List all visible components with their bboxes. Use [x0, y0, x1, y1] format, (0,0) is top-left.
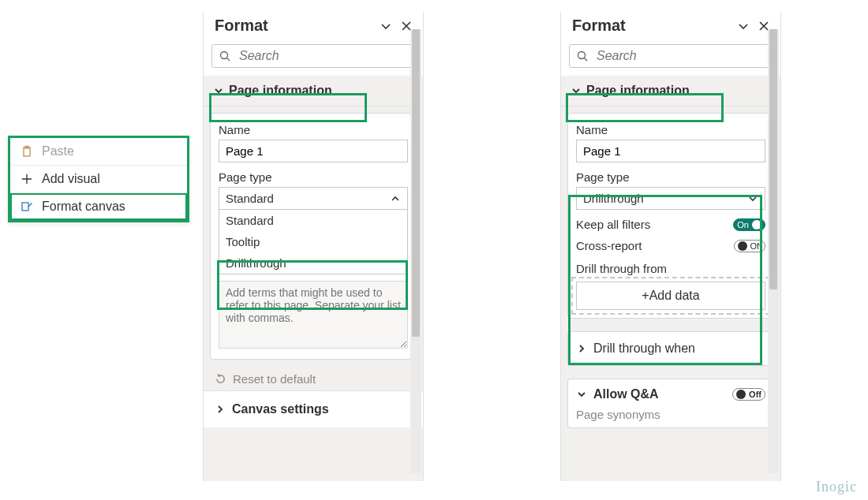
ctx-paste: Paste — [10, 138, 187, 166]
toggle-text: Off — [749, 390, 761, 399]
page-type-label: Page type — [576, 170, 765, 184]
format-pane-right: Format Page information Name Page type — [560, 12, 781, 481]
page-name-input[interactable] — [219, 140, 408, 162]
search-field[interactable] — [595, 48, 765, 64]
drill-through-when-card[interactable]: Drill through when — [567, 331, 774, 366]
pane-title: Format — [572, 17, 626, 35]
keep-all-filters-toggle[interactable]: On — [733, 218, 765, 231]
page-name-input[interactable] — [576, 140, 765, 162]
page-info-card: Name Page type Standard Standard Tooltip… — [210, 113, 417, 360]
toggle-text: On — [737, 220, 749, 229]
context-menu: Paste Add visual Format canvas — [8, 136, 189, 222]
name-label: Name — [219, 123, 408, 136]
search-icon — [576, 50, 589, 62]
format-canvas-icon — [20, 200, 34, 214]
svg-point-3 — [221, 52, 228, 59]
reset-to-default[interactable]: Reset to default — [204, 366, 423, 390]
page-type-select[interactable]: Drillthrough — [576, 187, 765, 210]
ctx-paste-label: Paste — [42, 144, 74, 159]
svg-rect-2 — [22, 203, 28, 211]
option-tooltip[interactable]: Tooltip — [219, 231, 407, 252]
cross-report-label: Cross-report — [576, 239, 642, 252]
search-icon — [219, 50, 231, 62]
section-page-information[interactable]: Page information — [561, 76, 780, 106]
page-type-options: Standard Tooltip Drillthrough — [219, 209, 408, 274]
allow-qna-label: Allow Q&A — [593, 387, 659, 401]
keep-all-filters-row: Keep all filters On — [576, 218, 765, 231]
collapse-icon[interactable] — [736, 19, 750, 33]
scrollbar-thumb[interactable] — [412, 29, 420, 337]
page-type-label: Page type — [219, 170, 408, 184]
format-pane-left: Format Page information Name Page type — [203, 12, 424, 481]
drill-through-from-label: Drill through from — [576, 262, 765, 275]
page-type-value: Drillthrough — [583, 192, 644, 205]
cross-report-row: Cross-report Off — [576, 239, 765, 252]
scrollbar-thumb[interactable] — [769, 29, 777, 289]
allow-qna-card: Allow Q&A Off Page synonyms — [567, 379, 774, 428]
allow-qna-toggle[interactable]: Off — [732, 388, 765, 401]
section-page-information-label: Page information — [229, 84, 332, 98]
page-synonyms-textarea[interactable] — [219, 281, 408, 349]
chevron-up-icon — [390, 193, 401, 204]
chevron-right-icon — [215, 404, 226, 415]
svg-point-4 — [578, 52, 586, 59]
section-page-information[interactable]: Page information — [204, 76, 423, 106]
keep-all-filters-label: Keep all filters — [576, 218, 650, 231]
toggle-dot — [752, 220, 761, 229]
chevron-down-icon — [747, 193, 758, 204]
pane-title: Format — [215, 17, 268, 35]
chevron-down-icon — [213, 85, 224, 96]
reset-label: Reset to default — [233, 372, 316, 386]
page-synonyms-label: Page synonyms — [576, 408, 765, 421]
ctx-format-canvas-label: Format canvas — [42, 200, 125, 214]
ctx-format-canvas[interactable]: Format canvas — [10, 193, 187, 220]
option-standard[interactable]: Standard — [219, 210, 407, 231]
pane-header: Format — [561, 12, 780, 39]
option-drillthrough[interactable]: Drillthrough — [219, 252, 407, 274]
clipboard-icon — [20, 144, 34, 159]
scrollbar[interactable] — [410, 29, 421, 473]
chevron-down-icon — [576, 389, 587, 400]
page-info-card: Name Page type Drillthrough Keep all fil… — [567, 113, 774, 319]
name-label: Name — [576, 123, 765, 136]
cross-report-toggle[interactable]: Off — [734, 240, 765, 252]
plus-icon — [20, 172, 34, 186]
section-page-information-label: Page information — [586, 84, 690, 98]
scrollbar[interactable] — [768, 29, 779, 473]
reset-icon — [215, 373, 226, 385]
search-input[interactable] — [569, 44, 773, 68]
add-data-button[interactable]: +Add data — [576, 282, 765, 310]
search-input[interactable] — [211, 44, 415, 68]
page-type-select[interactable]: Standard — [219, 187, 408, 210]
canvas-settings-label: Canvas settings — [232, 402, 329, 416]
toggle-dot — [738, 241, 747, 251]
pane-header: Format — [204, 12, 423, 39]
ctx-add-visual-label: Add visual — [42, 172, 100, 186]
section-canvas-settings[interactable]: Canvas settings — [204, 390, 423, 427]
page-type-value: Standard — [226, 192, 274, 205]
collapse-icon[interactable] — [379, 19, 393, 33]
chevron-right-icon — [576, 343, 587, 354]
search-field[interactable] — [238, 48, 408, 64]
toggle-dot — [736, 390, 746, 399]
watermark: Inogic — [816, 479, 857, 495]
chevron-down-icon — [571, 85, 582, 96]
toggle-text: Off — [750, 241, 761, 251]
ctx-add-visual[interactable]: Add visual — [10, 166, 187, 193]
drill-through-when-label: Drill through when — [593, 341, 695, 356]
